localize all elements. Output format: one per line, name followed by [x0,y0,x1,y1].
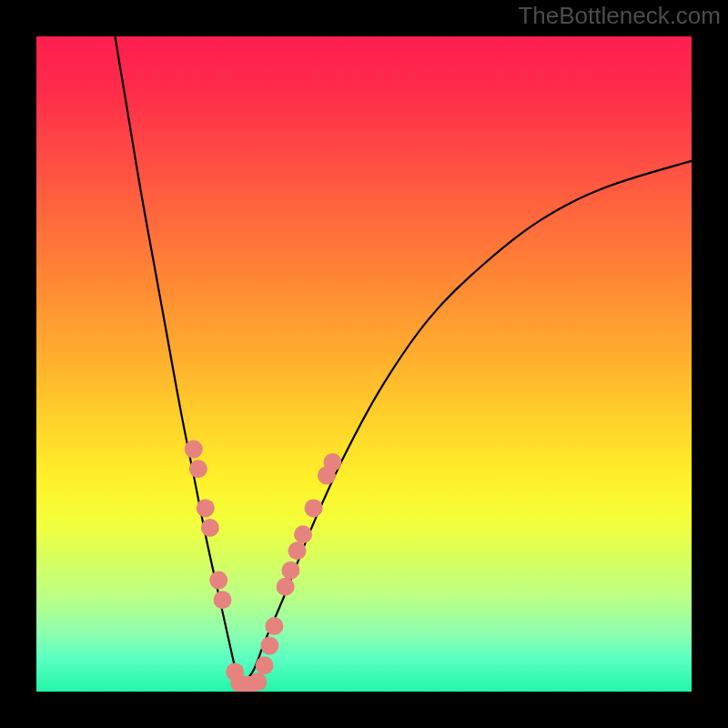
highlight-marker [197,499,215,517]
marker-group [185,440,342,692]
highlight-marker [294,525,312,543]
watermark-text: TheBottleneck.com [518,2,721,30]
highlight-marker [265,617,283,635]
chart-frame: TheBottleneck.com [0,0,728,728]
plot-area [36,36,692,692]
highlight-marker [189,460,207,478]
highlight-marker [260,637,278,655]
highlight-marker [323,453,341,471]
highlight-marker [201,519,219,537]
highlight-marker [281,561,299,580]
highlight-marker [305,499,323,517]
highlight-marker [288,541,307,560]
highlight-marker [213,591,231,609]
right-branch-curve [239,161,692,685]
highlight-marker [277,578,295,596]
highlight-marker [248,672,267,691]
highlight-marker [256,656,274,674]
curves-layer [36,36,692,692]
highlight-marker [209,571,228,590]
highlight-marker [185,440,203,459]
